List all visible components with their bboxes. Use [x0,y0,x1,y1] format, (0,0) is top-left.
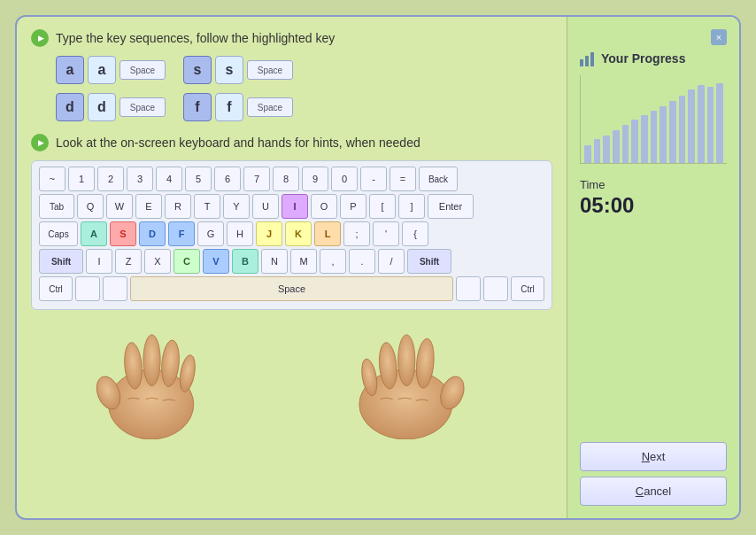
key-s2: s [215,56,243,84]
key-5[interactable]: 5 [185,167,212,191]
key-rctrl[interactable]: Ctrl [511,276,544,301]
cancel-button[interactable]: Cancel [580,477,727,506]
key-1[interactable]: 1 [68,167,95,191]
key-d1: d [56,93,84,121]
kb-row-5: Ctrl Space Ctrl [39,276,544,301]
play-icon-1[interactable] [31,29,49,47]
key-backspace[interactable]: Back [419,167,458,191]
cancel-underline-char: C [636,485,644,498]
key-period[interactable]: . [349,249,375,274]
key-group-a: a a Space [56,56,166,84]
key-minus[interactable]: - [360,167,387,191]
key-slash[interactable]: / [378,249,405,274]
key-r[interactable]: R [165,194,191,219]
key-tilde[interactable]: ~ [39,167,66,191]
key-n[interactable]: N [261,249,288,274]
key-j[interactable]: J [256,221,282,246]
key-8[interactable]: 8 [273,167,299,191]
key-u[interactable]: U [252,194,279,219]
key-y[interactable]: Y [223,194,250,219]
keyboard: ~ 1 2 3 4 5 6 7 8 9 0 - = Back Tab Q W E [31,160,552,310]
key-s1: s [183,56,212,84]
key-a2: a [88,56,116,84]
key-d[interactable]: D [139,221,166,246]
key-f2: f [215,93,243,121]
key-caps[interactable]: Caps [39,221,78,246]
key-h[interactable]: H [227,221,253,246]
key-blank3 [456,276,481,301]
key-pipe[interactable]: I [86,249,112,274]
key-lshift[interactable]: Shift [39,249,83,274]
key-o[interactable]: O [311,194,337,219]
key-f[interactable]: F [168,221,195,246]
key-group-f: f f Space [183,93,293,121]
key-lbrace[interactable]: { [402,221,428,246]
key-comma[interactable]: , [320,249,346,274]
key-equals[interactable]: = [390,167,416,191]
key-4[interactable]: 4 [156,167,182,191]
progress-title: Your Progress [580,50,727,66]
chart-bar [613,130,620,163]
svg-point-10 [398,335,415,386]
key-k[interactable]: K [285,221,312,246]
next-button[interactable]: Next [580,442,727,471]
key-l[interactable]: L [314,221,341,246]
key-lctrl[interactable]: Ctrl [39,276,73,301]
key-semi[interactable]: ; [343,221,370,246]
key-c[interactable]: C [174,249,200,274]
progress-title-text: Your Progress [601,51,685,66]
key-sequences-2: d d Space f f Space [56,93,552,121]
time-value: 05:00 [580,193,727,218]
key-b[interactable]: B [232,249,258,274]
key-0[interactable]: 0 [331,167,358,191]
key-2[interactable]: 2 [97,167,124,191]
time-label: Time [580,178,727,191]
key-enter[interactable]: Enter [428,194,474,219]
key-z[interactable]: Z [115,249,142,274]
chart-bar [660,106,667,163]
key-d2: d [88,93,116,121]
chart-bar [679,96,686,163]
instruction-text-2: Look at the on-screen keyboard and hands… [56,136,420,150]
chart-bar [669,101,676,163]
close-button[interactable]: × [711,29,727,45]
chart-bar [707,87,714,163]
key-s[interactable]: S [110,221,136,246]
key-rbracket[interactable]: ] [398,194,425,219]
cancel-rest: ancel [644,485,671,498]
key-lbracket[interactable]: [ [369,194,396,219]
play-icon-2[interactable] [31,134,49,151]
chart-bar [622,125,629,163]
key-7[interactable]: 7 [243,167,270,191]
key-i[interactable]: I [282,194,308,219]
next-rest: ext [650,450,665,463]
instruction-row-2: Look at the on-screen keyboard and hands… [31,134,552,151]
chart-bar [594,139,601,163]
key-9[interactable]: 9 [302,167,328,191]
key-rshift[interactable]: Shift [407,249,451,274]
key-x[interactable]: X [144,249,171,274]
key-e[interactable]: E [135,194,162,219]
key-p[interactable]: P [340,194,366,219]
main-window: Type the key sequences, follow the highl… [15,15,741,520]
kb-row-3: Caps A S D F G H J K L ; ' { [39,221,544,246]
key-t[interactable]: T [194,194,220,219]
chart-bar [631,120,638,163]
key-w[interactable]: W [106,194,133,219]
key-a1: a [56,56,84,84]
key-g[interactable]: G [197,221,224,246]
key-6[interactable]: 6 [214,167,241,191]
key-3[interactable]: 3 [127,167,153,191]
key-a[interactable]: A [81,221,107,246]
time-section: Time 05:00 [580,178,727,218]
key-m[interactable]: M [290,249,317,274]
key-quote[interactable]: ' [373,221,399,246]
chart-bar [641,115,648,163]
key-space[interactable]: Space [130,276,453,301]
space-key-f: Space [247,97,293,117]
space-key-s: Space [247,60,293,80]
key-tab[interactable]: Tab [39,194,74,219]
key-v[interactable]: V [203,249,229,274]
key-q[interactable]: Q [77,194,104,219]
next-underline-char: N [642,450,650,463]
